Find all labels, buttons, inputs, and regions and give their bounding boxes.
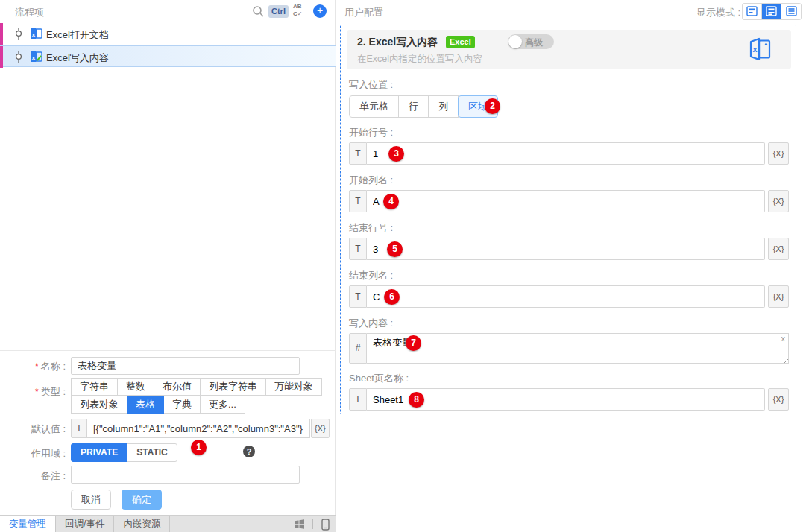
- end-column-field: T{X}: [349, 285, 789, 308]
- display-mode-list-icon[interactable]: [781, 4, 801, 20]
- start-row-field: T{X}: [349, 142, 789, 165]
- position-option-column[interactable]: 列: [428, 95, 459, 118]
- position-option-cell[interactable]: 单元格: [349, 95, 399, 118]
- default-value-input[interactable]: [86, 419, 310, 438]
- add-flow-item-button[interactable]: +: [313, 4, 327, 18]
- flow-panel-title: 流程项: [15, 6, 44, 19]
- end-row-label: 结束行号 :: [349, 221, 393, 235]
- tab-callback-events[interactable]: 回调/事件: [56, 516, 114, 532]
- note-input[interactable]: [71, 466, 300, 484]
- flow-panel: 流程项 Ctrl AB C✓ + x Excel打开文档 x Excel写入内容: [0, 0, 336, 532]
- step-badge-5: 5: [387, 241, 403, 257]
- breakpoint-icon[interactable]: [15, 28, 22, 42]
- required-mark: *: [35, 361, 39, 372]
- type-options-row1: 字符串整数布尔值列表字符串万能对象: [71, 378, 321, 396]
- display-mode-label: 显示模式 :: [696, 6, 740, 19]
- advanced-toggle-label: 高级: [525, 37, 543, 49]
- flow-item-excel-write[interactable]: x Excel写入内容: [0, 45, 336, 67]
- scope-static-button[interactable]: STATIC: [127, 443, 177, 462]
- variable-picker-button[interactable]: {X}: [311, 419, 330, 438]
- help-icon[interactable]: ?: [243, 446, 255, 457]
- text-mode-button[interactable]: T: [349, 388, 367, 411]
- resize-handle[interactable]: [781, 356, 788, 363]
- type-field-label: *类型 :: [1, 385, 66, 399]
- type-option-list-object[interactable]: 列表对象: [71, 396, 127, 414]
- flow-item-label: Excel写入内容: [46, 51, 109, 65]
- start-column-input[interactable]: [367, 190, 765, 212]
- scope-field-label: 作用域 :: [1, 447, 66, 460]
- expression-mode-button[interactable]: #: [349, 333, 367, 364]
- start-column-field: T{X}: [349, 190, 789, 212]
- activity-header-card: 2. Excel写入内容 Excel 高级 在Excel内指定的位置写入内容 x: [347, 30, 791, 69]
- position-option-row[interactable]: 行: [398, 95, 429, 118]
- variable-picker-button[interactable]: {X}: [768, 142, 789, 165]
- spellcheck-icon[interactable]: AB C✓: [293, 3, 306, 19]
- type-label-text: 类型 :: [41, 386, 66, 397]
- breakpoint-icon[interactable]: [15, 51, 22, 66]
- display-mode-group: [742, 3, 802, 20]
- text-mode-button[interactable]: T: [349, 285, 367, 308]
- svg-text:x: x: [752, 45, 758, 54]
- type-option-any-object[interactable]: 万能对象: [265, 378, 322, 396]
- flow-item-label: Excel打开文档: [46, 28, 109, 42]
- write-content-textarea[interactable]: 表格变量: [367, 333, 789, 364]
- excel-open-icon: x: [30, 28, 42, 42]
- flow-item-marker: [0, 23, 3, 45]
- required-mark: *: [35, 387, 39, 397]
- display-mode-card-icon[interactable]: [762, 4, 781, 20]
- text-mode-button[interactable]: T: [71, 419, 87, 438]
- scope-toggle-group: PRIVATESTATIC ?: [71, 443, 295, 463]
- flow-item-marker: [0, 46, 3, 68]
- write-content-label: 写入内容 :: [349, 317, 393, 330]
- variable-picker-button[interactable]: {X}: [768, 388, 789, 411]
- type-option-dict[interactable]: 字典: [163, 396, 201, 414]
- activity-config-container: 2. Excel写入内容 Excel 高级 在Excel内指定的位置写入内容 x…: [340, 25, 796, 414]
- activity-title: 2. Excel写入内容: [357, 36, 438, 49]
- type-options-row2: 列表对象表格字典更多...: [71, 396, 245, 414]
- clear-icon[interactable]: x: [781, 334, 786, 343]
- mobile-icon[interactable]: [321, 519, 330, 531]
- note-field-label: 备注 :: [1, 469, 66, 483]
- advanced-toggle[interactable]: 高级: [508, 34, 554, 49]
- text-mode-button[interactable]: T: [349, 238, 367, 260]
- scope-private-button[interactable]: PRIVATE: [71, 443, 127, 462]
- end-row-field: T{X}: [349, 238, 789, 260]
- variable-picker-button[interactable]: {X}: [768, 238, 789, 260]
- bottom-bar-icons: [294, 518, 330, 531]
- flow-item-excel-open[interactable]: x Excel打开文档: [0, 23, 336, 45]
- variable-picker-button[interactable]: {X}: [768, 285, 789, 308]
- excel-activity-icon: x: [748, 37, 775, 65]
- end-column-label: 结束列名 :: [349, 269, 393, 282]
- variable-name-input[interactable]: [71, 357, 300, 375]
- start-column-label: 开始列名 :: [349, 174, 393, 187]
- name-field-label: *名称 :: [1, 360, 66, 373]
- start-row-input[interactable]: [367, 142, 765, 165]
- type-option-list-string[interactable]: 列表字符串: [200, 378, 266, 396]
- type-option-boolean[interactable]: 布尔值: [154, 378, 201, 396]
- variable-picker-button[interactable]: {X}: [768, 190, 789, 212]
- confirm-button[interactable]: 确定: [122, 490, 162, 510]
- config-panel-title: 用户配置: [344, 6, 383, 19]
- end-column-input[interactable]: [367, 285, 765, 308]
- type-option-integer[interactable]: 整数: [117, 378, 154, 396]
- text-mode-button[interactable]: T: [349, 142, 367, 165]
- step-badge-1: 1: [191, 440, 207, 455]
- end-row-input[interactable]: [367, 238, 765, 260]
- ctrl-key-badge[interactable]: Ctrl: [268, 5, 289, 18]
- display-mode-compact-icon[interactable]: [743, 4, 762, 20]
- text-mode-button[interactable]: T: [349, 190, 367, 212]
- excel-badge: Excel: [446, 36, 475, 48]
- tab-variable-management[interactable]: 变量管理: [0, 516, 56, 532]
- type-option-more[interactable]: 更多...: [200, 396, 245, 414]
- svg-text:x: x: [32, 54, 36, 61]
- config-panel-header: 用户配置 显示模式 :: [336, 0, 803, 22]
- tab-embedded-resources[interactable]: 内嵌资源: [114, 516, 170, 532]
- type-option-string[interactable]: 字符串: [71, 378, 118, 396]
- sheet-name-label: Sheet页名称 :: [349, 372, 409, 385]
- toggle-knob: [508, 35, 522, 48]
- type-option-table[interactable]: 表格: [127, 396, 164, 414]
- windows-icon[interactable]: [294, 519, 305, 530]
- sheet-name-input[interactable]: [367, 388, 765, 411]
- search-icon[interactable]: [252, 5, 264, 19]
- cancel-button[interactable]: 取消: [71, 490, 111, 510]
